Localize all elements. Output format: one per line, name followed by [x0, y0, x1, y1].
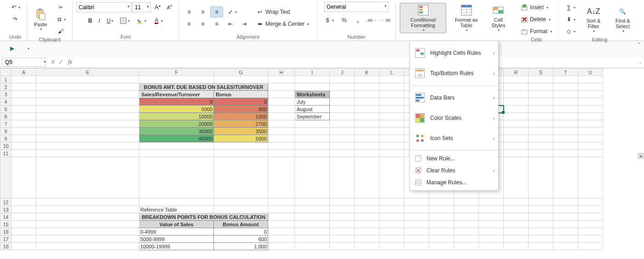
cell[interactable] [553, 243, 578, 250]
cell[interactable] [36, 128, 139, 135]
cell[interactable] [12, 206, 36, 213]
cell[interactable] [330, 206, 355, 213]
cell[interactable] [36, 206, 139, 213]
cell[interactable] [12, 243, 36, 250]
cell[interactable] [355, 98, 380, 106]
cell[interactable] [12, 213, 36, 221]
cell[interactable] [380, 150, 404, 157]
cell[interactable] [578, 206, 603, 213]
cell[interactable] [12, 91, 36, 98]
cell[interactable] [330, 106, 355, 113]
cell[interactable] [454, 199, 479, 206]
cell-styles-button[interactable]: Cell Styles▾ [486, 3, 511, 33]
cell[interactable] [268, 106, 295, 113]
cell[interactable] [429, 213, 454, 221]
cell[interactable] [268, 128, 295, 135]
cell[interactable] [12, 98, 36, 106]
row-header[interactable]: 4 [0, 98, 12, 106]
cell[interactable] [12, 128, 36, 135]
cell[interactable] [355, 221, 380, 228]
cell[interactable] [578, 106, 603, 113]
cell[interactable]: 1000 [214, 113, 268, 120]
qat-dropdown[interactable]: ▾ [24, 45, 32, 53]
cell[interactable] [295, 135, 330, 142]
cell[interactable] [214, 199, 268, 206]
cell[interactable] [578, 199, 603, 206]
cell[interactable] [454, 213, 479, 221]
cell[interactable] [36, 91, 139, 98]
align-bottom-button[interactable]: ≡ [210, 6, 223, 18]
cell[interactable] [380, 83, 404, 91]
cell[interactable] [295, 235, 330, 243]
cell[interactable] [553, 128, 578, 135]
format-as-table-button[interactable]: Format as Table▾ [449, 3, 483, 33]
cell[interactable] [295, 206, 330, 213]
cell[interactable] [529, 98, 553, 106]
cell[interactable] [36, 76, 139, 83]
cell[interactable] [479, 199, 504, 206]
cell[interactable] [429, 228, 454, 235]
cell[interactable]: 10000-19999 [139, 243, 214, 250]
cell[interactable] [553, 142, 578, 150]
cell[interactable] [36, 106, 139, 113]
cell[interactable] [380, 120, 404, 128]
wrap-text-button[interactable]: ↩Wrap Text [253, 6, 304, 18]
align-top-button[interactable]: ≡ [183, 6, 196, 18]
clear-button[interactable]: ◇▾ [563, 26, 578, 37]
cell[interactable] [330, 135, 355, 142]
borders-button[interactable]: ▾ [117, 15, 132, 26]
cell[interactable] [355, 128, 380, 135]
cell[interactable] [12, 150, 36, 157]
cell[interactable] [36, 157, 139, 199]
cell[interactable] [578, 135, 603, 142]
accounting-button[interactable]: $▾ [321, 15, 337, 26]
cell[interactable] [529, 199, 553, 206]
cell[interactable] [268, 150, 295, 157]
cell[interactable] [529, 228, 553, 235]
cell[interactable] [404, 213, 429, 221]
cell[interactable]: Bonus [214, 91, 268, 98]
cell[interactable] [295, 142, 330, 150]
row-header[interactable]: 5 [0, 106, 12, 113]
cf-data-bars[interactable]: Data Bars› [410, 88, 498, 108]
cell[interactable] [380, 199, 404, 206]
cell[interactable]: 5000 [139, 106, 214, 113]
cell[interactable]: 10000 [139, 113, 214, 120]
cell[interactable] [454, 206, 479, 213]
column-header[interactable]: G [214, 69, 268, 76]
cell[interactable] [529, 206, 553, 213]
cell[interactable] [380, 76, 404, 83]
cell[interactable] [36, 150, 139, 157]
column-header[interactable]: I [295, 69, 330, 76]
cell[interactable] [139, 150, 214, 157]
cell[interactable] [380, 106, 404, 113]
cell[interactable] [504, 91, 529, 98]
cell[interactable] [330, 157, 355, 199]
cell[interactable] [504, 213, 529, 221]
cell[interactable] [553, 206, 578, 213]
cell[interactable] [380, 235, 404, 243]
cell[interactable] [578, 91, 603, 98]
cell[interactable] [529, 91, 553, 98]
cell[interactable]: Value of Sales [139, 221, 214, 228]
comma-button[interactable]: , [351, 15, 364, 26]
cell[interactable] [330, 228, 355, 235]
cell[interactable] [330, 113, 355, 120]
cell[interactable] [553, 113, 578, 120]
formula-input[interactable] [74, 58, 637, 67]
qat-button-1[interactable]: ▶ [6, 43, 18, 54]
cell[interactable] [504, 128, 529, 135]
cell[interactable] [553, 221, 578, 228]
cell[interactable] [36, 221, 139, 228]
cell[interactable] [330, 243, 355, 250]
number-format-select[interactable] [324, 2, 389, 12]
cell[interactable] [504, 199, 529, 206]
cell[interactable] [355, 206, 380, 213]
cell[interactable]: July [295, 98, 330, 106]
cell[interactable] [36, 213, 139, 221]
cell[interactable]: Worksheets [295, 91, 330, 98]
row-header[interactable]: 7 [0, 120, 12, 128]
cell[interactable] [578, 128, 603, 135]
font-color-button[interactable]: A▾ [150, 15, 166, 26]
column-header[interactable]: U [578, 69, 603, 76]
